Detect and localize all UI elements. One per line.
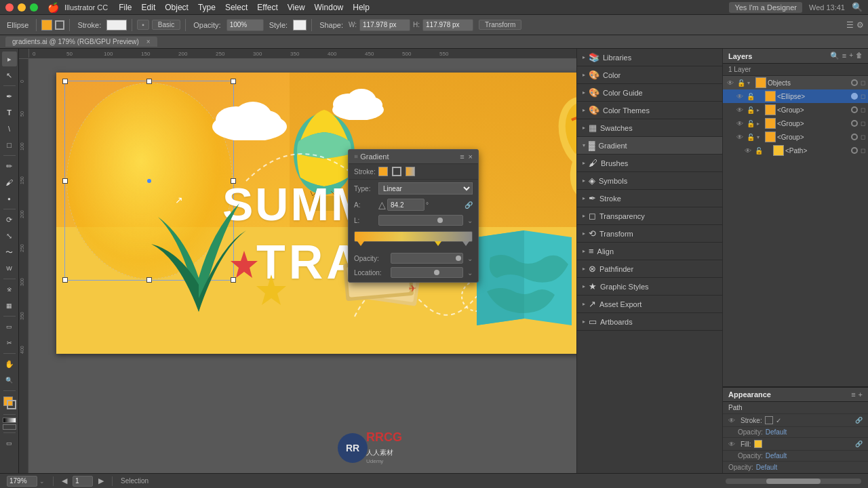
- gradient-location-slider[interactable]: [434, 270, 439, 275]
- basic-dropdown[interactable]: Basic: [152, 20, 180, 30]
- layer-group1[interactable]: 👁 🔓 ▸ <Group> ◻: [723, 103, 868, 117]
- layer-ellipse-eye[interactable]: 👁: [735, 93, 745, 100]
- doc-tab-close[interactable]: ×: [146, 38, 151, 45]
- page-prev-button[interactable]: ◀: [62, 476, 67, 485]
- menu-type[interactable]: Type: [198, 3, 216, 12]
- gradient-panel-close[interactable]: ×: [469, 152, 473, 161]
- layer-ellipse[interactable]: 👁 🔓 ▸ <Ellipse> ◻: [723, 89, 868, 103]
- menu-view[interactable]: View: [288, 3, 305, 12]
- gradient-angle-input[interactable]: [387, 199, 425, 211]
- layer-path-target[interactable]: [851, 147, 858, 154]
- scale-tool[interactable]: ⤡: [2, 228, 17, 243]
- layer-group3-lock[interactable]: 🔓: [746, 134, 755, 141]
- appearance-stroke-link[interactable]: 🔗: [855, 417, 863, 424]
- stroke-weight-dropdown[interactable]: ▪: [137, 20, 149, 30]
- appearance-stroke-eye[interactable]: 👁: [728, 417, 738, 424]
- menu-help[interactable]: Help: [353, 3, 370, 12]
- menu-window[interactable]: Window: [315, 3, 344, 12]
- horizontal-scrollbar[interactable]: [726, 479, 861, 484]
- layer-group1-expand[interactable]: ▸: [757, 107, 764, 113]
- selection-tool[interactable]: ▸: [2, 52, 17, 66]
- appearance-fill-opacity-value[interactable]: Default: [766, 452, 787, 460]
- handle-bl[interactable]: [62, 277, 68, 283]
- style-swatch[interactable]: [293, 20, 307, 30]
- gradient-link-icon[interactable]: 🔗: [465, 201, 473, 209]
- direct-selection-tool[interactable]: ↖: [2, 68, 17, 83]
- color-guide-header[interactable]: ▸ 🎨 Color Guide: [577, 84, 722, 101]
- stroke-header[interactable]: ▸ ✒ Stroke: [577, 190, 722, 207]
- layer-group2-expand[interactable]: ▸: [757, 121, 764, 127]
- appearance-fill-eye[interactable]: 👁: [728, 441, 738, 448]
- page-input[interactable]: [73, 476, 93, 487]
- layer-objects-lock[interactable]: 🔓: [736, 79, 746, 87]
- graph-tool[interactable]: ▦: [2, 298, 17, 313]
- layer-ellipse-options[interactable]: ◻: [861, 93, 865, 100]
- gradient-aspect-slider[interactable]: [437, 218, 443, 223]
- layer-path-options[interactable]: ◻: [861, 147, 865, 154]
- layers-search[interactable]: 🔍: [830, 52, 840, 60]
- gradient-swatch[interactable]: [3, 418, 16, 423]
- layer-objects-eye[interactable]: 👁: [726, 79, 735, 87]
- gradient-panel-menu[interactable]: ≡: [460, 152, 464, 161]
- layer-group2-options[interactable]: ◻: [861, 120, 865, 127]
- gradient-stroke-swatch[interactable]: [392, 167, 401, 176]
- layer-group3[interactable]: 👁 🔓 ▾ <Group> ◻: [723, 130, 868, 144]
- appearance-add[interactable]: +: [859, 390, 863, 399]
- zoom-down-arrow[interactable]: ⌄: [39, 478, 45, 485]
- appearance-bottom-opacity-value[interactable]: Default: [756, 464, 778, 471]
- layers-delete[interactable]: 🗑: [856, 52, 863, 60]
- layer-group3-target[interactable]: [851, 134, 858, 140]
- handle-tm[interactable]: [146, 79, 152, 84]
- width-input[interactable]: [359, 19, 410, 31]
- transparency-header[interactable]: ▸ ◻ Transparency: [577, 207, 722, 224]
- layer-path-eye[interactable]: 👁: [743, 147, 753, 155]
- shape-tool[interactable]: □: [2, 138, 17, 152]
- align-header[interactable]: ▸ ≡ Align: [577, 243, 722, 260]
- layer-ellipse-target[interactable]: [851, 93, 858, 100]
- search-icon[interactable]: 🔍: [852, 2, 863, 12]
- gradient-opacity-arrow[interactable]: ⌄: [467, 255, 473, 262]
- layer-path[interactable]: 👁 🔓 ▸ <Path> ◻: [723, 144, 868, 157]
- layer-group3-options[interactable]: ◻: [861, 134, 865, 140]
- change-screen-mode[interactable]: ▭: [2, 436, 17, 451]
- layer-objects[interactable]: 👁 🔓 ▾ Objects ◻: [723, 76, 868, 89]
- layer-group1-options[interactable]: ◻: [861, 106, 865, 113]
- menu-effect[interactable]: Effect: [257, 3, 277, 12]
- artboards-header[interactable]: ▸ ▭ Artboards: [577, 313, 722, 330]
- pen-tool[interactable]: ✒: [2, 89, 17, 104]
- settings-icon[interactable]: ⚙: [856, 20, 864, 30]
- width-tool[interactable]: W: [2, 261, 17, 276]
- slice-tool[interactable]: ✂: [2, 336, 17, 350]
- layer-group2-lock[interactable]: 🔓: [746, 120, 755, 127]
- transform-header[interactable]: ▸ ⟲ Transform: [577, 225, 722, 242]
- layer-objects-options[interactable]: ◻: [861, 79, 865, 86]
- symbol-sprayer-tool[interactable]: ※: [2, 282, 17, 297]
- asset-export-header[interactable]: ▸ ↗ Asset Export: [577, 296, 722, 312]
- layer-group2-eye[interactable]: 👁: [735, 120, 745, 127]
- layers-menu[interactable]: ≡: [842, 52, 846, 60]
- opacity-input[interactable]: [226, 19, 264, 31]
- appearance-menu[interactable]: ≡: [851, 390, 855, 399]
- handle-ml[interactable]: [62, 178, 68, 184]
- layer-group1-eye[interactable]: 👁: [735, 106, 745, 114]
- appearance-fill-link[interactable]: 🔗: [855, 441, 863, 447]
- paintbrush-tool[interactable]: 🖌: [2, 175, 17, 190]
- layer-group1-target[interactable]: [851, 106, 858, 113]
- gradient-opacity-slider[interactable]: [456, 256, 461, 261]
- pencil-tool[interactable]: ✏: [2, 159, 17, 174]
- layer-objects-target[interactable]: [851, 79, 858, 86]
- gradient-location-arrow[interactable]: ⌄: [467, 269, 473, 277]
- layer-group2[interactable]: 👁 🔓 ▸ <Group> ◻: [723, 117, 868, 130]
- profile-label[interactable]: Yes I'm a Designer: [729, 2, 802, 13]
- none-swatch[interactable]: [3, 424, 16, 430]
- appearance-stroke-swatch[interactable]: [765, 416, 773, 424]
- document-tab[interactable]: gradients.ai @ 179% (RGB/GPU Preview) ×: [5, 37, 157, 47]
- maximize-button[interactable]: [30, 3, 38, 12]
- layer-ellipse-lock[interactable]: 🔓: [746, 93, 755, 100]
- layer-group1-lock[interactable]: 🔓: [746, 106, 755, 114]
- appearance-fill-swatch[interactable]: [754, 440, 762, 448]
- layer-objects-expand[interactable]: ▾: [747, 80, 754, 86]
- color-header[interactable]: ▸ 🎨 Color: [577, 66, 722, 83]
- graphic-styles-header[interactable]: ▸ ★ Graphic Styles: [577, 278, 722, 295]
- page-next-button[interactable]: ▶: [98, 476, 104, 485]
